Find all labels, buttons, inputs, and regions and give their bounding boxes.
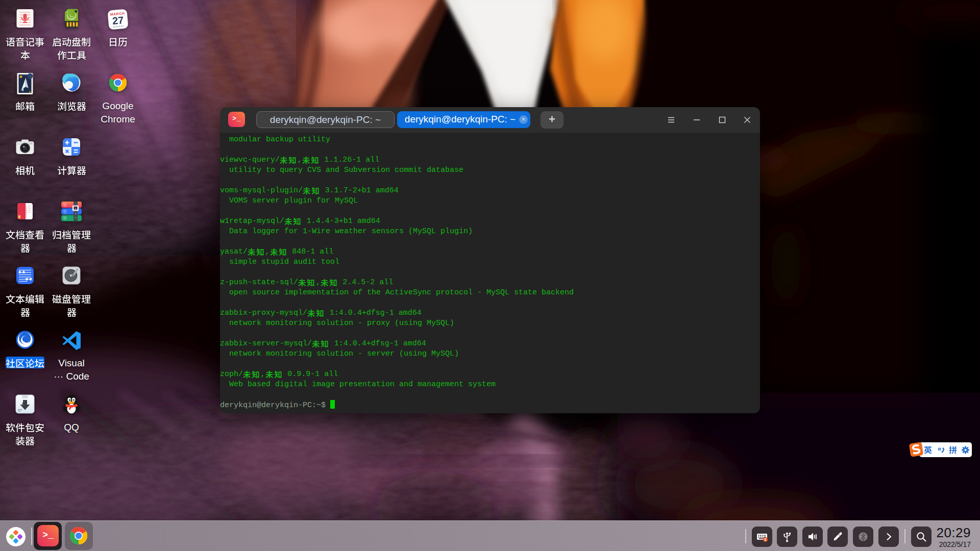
svg-text:S: S — [764, 538, 767, 541]
